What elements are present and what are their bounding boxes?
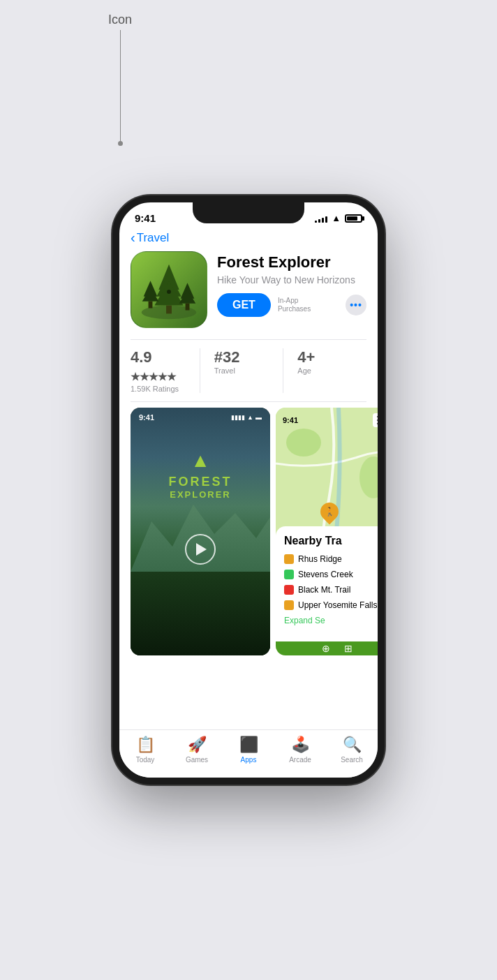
- trail-name-blackmt: Black Mt. Trail: [298, 585, 378, 595]
- battery-icon: [345, 214, 362, 223]
- trail-name-yosemite: Upper Yosemite Falls: [298, 600, 378, 610]
- svg-rect-8: [149, 302, 153, 309]
- rating-age: 4+: [297, 348, 366, 366]
- ss-battery-icon: ▬: [255, 414, 262, 421]
- forest-title-text: FOREST: [168, 475, 232, 489]
- trail-dot-stevens: [284, 570, 294, 579]
- get-button[interactable]: GET: [217, 293, 271, 317]
- apps-icon: ⬛: [239, 736, 258, 754]
- ratings-row: 4.9 ★★★★★ 1.59K Ratings #32 Travel 4+ Ag…: [119, 340, 378, 401]
- back-label: Travel: [137, 231, 170, 245]
- trees-bottom-layer: [131, 572, 270, 655]
- trail-item-blackmt: Black Mt. Trail: [284, 585, 378, 595]
- rating-age-label: Age: [297, 366, 366, 375]
- wifi-icon: ▲: [332, 213, 341, 223]
- compass-icon: ⊕: [322, 643, 330, 654]
- ss-status-icons: ▮▮▮▮ ▲ ▬: [231, 414, 262, 421]
- signal-bars-icon: [315, 214, 327, 223]
- ss-wifi-icon: ▲: [247, 414, 253, 421]
- trail-name-rhus: Rhus Ridge: [298, 554, 378, 564]
- trail-item-rhus: Rhus Ridge: [284, 554, 378, 564]
- trail-dot-rhus: [284, 554, 294, 564]
- back-navigation[interactable]: ‹ Travel: [119, 227, 378, 251]
- search-icon: 🔍: [343, 736, 362, 754]
- phone-frame: 9:41 ▲ ‹ Travel: [112, 195, 385, 785]
- icon-annotation: Icon: [108, 13, 132, 142]
- trail-name-stevens: Stevens Creek: [298, 570, 378, 579]
- more-dots-icon: •••: [350, 299, 362, 311]
- notch: [193, 202, 304, 223]
- expand-link[interactable]: Expand Se: [284, 616, 378, 625]
- screenshot-status-bar: 9:41 ▮▮▮▮ ▲ ▬: [131, 408, 270, 424]
- svg-rect-5: [166, 306, 172, 314]
- app-header: Forest Explorer Hike Your Way to New Hor…: [119, 251, 378, 339]
- nearby-title: Nearby Tra: [284, 535, 378, 547]
- rating-rank-item: #32 Travel: [200, 348, 283, 393]
- tab-arcade-label: Arcade: [289, 756, 311, 764]
- svg-point-12: [167, 290, 171, 294]
- svg-point-14: [359, 456, 378, 498]
- rating-age-item: 4+ Age: [283, 348, 366, 393]
- app-info: Forest Explorer Hike Your Way to New Hor…: [217, 251, 366, 317]
- screenshot-map[interactable]: 9:41 🚶 Nearby Tra: [276, 408, 378, 655]
- tab-search[interactable]: 🔍 Search: [326, 736, 378, 764]
- nearby-trails-panel: Nearby Tra Rhus Ridge Stevens Creek Blac…: [276, 526, 378, 655]
- app-icon: [131, 251, 207, 328]
- status-time: 9:41: [135, 212, 156, 224]
- map-bottom-bar: ⊕ ⊞: [276, 641, 378, 655]
- play-icon: [196, 543, 207, 556]
- tab-bar: 📋 Today 🚀 Games ⬛ Apps 🕹️ Arcade 🔍 Searc…: [119, 729, 378, 778]
- screenshot-video[interactable]: 9:41 ▮▮▮▮ ▲ ▬ ▲ FOREST EXPLORER: [131, 408, 270, 655]
- more-options-button[interactable]: •••: [346, 295, 366, 315]
- rating-score-item: 4.9 ★★★★★ 1.59K Ratings: [131, 348, 200, 393]
- map-menu-button[interactable]: [373, 413, 378, 427]
- tab-today-label: Today: [136, 756, 155, 764]
- forest-subtitle-text: EXPLORER: [170, 489, 231, 500]
- svg-rect-11: [186, 304, 190, 311]
- in-app-purchases-label: In-AppPurchases: [278, 297, 311, 313]
- trail-dot-blackmt: [284, 585, 294, 595]
- map-status-bar: 9:41: [276, 413, 378, 427]
- tree-logo-icon: ▲: [191, 450, 210, 472]
- arcade-icon: 🕹️: [291, 736, 310, 754]
- trail-dot-yosemite: [284, 600, 294, 610]
- forest-logo: ▲ FOREST EXPLORER: [131, 450, 270, 500]
- rating-score: 4.9 ★★★★★: [131, 348, 200, 385]
- app-icon-container: [131, 251, 207, 328]
- play-button[interactable]: [185, 534, 216, 565]
- page-wrapper: Icon 9:41 ▲ ‹ Travel: [0, 0, 497, 980]
- today-icon: 📋: [136, 736, 155, 754]
- games-icon: 🚀: [188, 736, 207, 754]
- trail-item-yosemite: Upper Yosemite Falls: [284, 600, 378, 610]
- hiker-pin: 🚶: [320, 503, 339, 521]
- ss-signal-icon: ▮▮▮▮: [231, 414, 245, 421]
- tab-games[interactable]: 🚀 Games: [171, 736, 223, 764]
- tab-games-label: Games: [186, 756, 208, 764]
- trail-item-stevens: Stevens Creek: [284, 570, 378, 579]
- back-chevron-icon: ‹: [131, 230, 135, 246]
- ratings-count: 1.59K Ratings: [131, 385, 200, 393]
- app-actions: GET In-AppPurchases •••: [217, 293, 366, 317]
- rating-rank: #32: [214, 348, 283, 366]
- map-icon: ⊞: [344, 643, 353, 654]
- map-time: 9:41: [283, 416, 298, 424]
- tab-arcade[interactable]: 🕹️ Arcade: [274, 736, 326, 764]
- tab-apps-label: Apps: [241, 756, 257, 764]
- annotation-line: [120, 30, 121, 142]
- screenshots-row: 9:41 ▮▮▮▮ ▲ ▬ ▲ FOREST EXPLORER: [119, 402, 378, 661]
- battery-fill: [347, 216, 357, 221]
- status-icons: ▲: [315, 213, 362, 223]
- tab-search-label: Search: [341, 756, 363, 764]
- hiker-icon: 🚶: [325, 507, 335, 517]
- ss-time: 9:41: [139, 413, 154, 422]
- annotation-label: Icon: [108, 13, 132, 27]
- app-subtitle: Hike Your Way to New Horizons: [217, 274, 366, 286]
- svg-point-13: [286, 429, 321, 456]
- tab-apps[interactable]: ⬛ Apps: [223, 736, 274, 764]
- rating-category: Travel: [214, 366, 283, 375]
- app-name: Forest Explorer: [217, 254, 366, 271]
- tab-today[interactable]: 📋 Today: [119, 736, 171, 764]
